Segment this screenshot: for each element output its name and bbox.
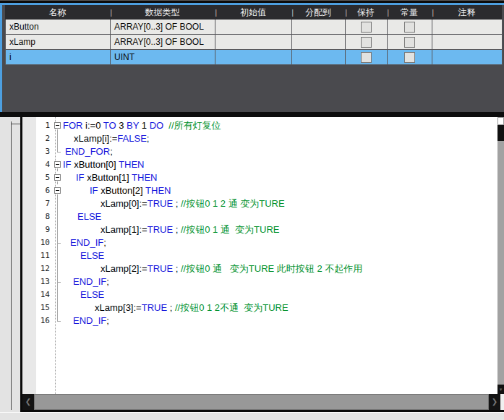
code-line[interactable]: 11ELSE [36,249,497,262]
var-assign-cell[interactable] [292,20,346,35]
column-header-retain[interactable]: 保持 [345,5,387,20]
code-line[interactable]: 1FOR i:=0 TO 3 BY 1 DO //所有灯复位 [36,119,497,132]
var-comment-cell[interactable] [432,35,503,50]
breakpoint-margin[interactable] [22,117,36,394]
column-header-datatype[interactable]: 数据类型 [110,5,215,20]
code-text: END_IF; [63,314,109,327]
code-line[interactable]: 12xLamp[2]:=TRUE ; //按钮0 通 变为TURE 此时按钮 2… [36,262,497,275]
var-comment-cell[interactable] [432,50,503,65]
column-header-constant[interactable]: 常量 [387,5,432,20]
fold-guide-line [53,132,63,145]
fold-collapse-icon[interactable] [53,171,63,184]
code-text: ELSE [63,249,104,262]
var-type-cell[interactable]: UINT [111,50,215,65]
code-text: END_IF; [63,275,109,288]
code-line[interactable]: 9xLamp[1]:=TRUE ; //按钮0 1 通 变为TURE [36,223,497,236]
code-line[interactable]: 2xLamp[i]:=FALSE; [36,132,497,145]
scroll-right-button[interactable]: ❯ [489,394,500,410]
line-number: 7 [36,197,53,210]
chevron-right-icon: ❯ [492,398,497,406]
code-line[interactable]: 5IF xButton[1] THEN [36,171,497,184]
code-line[interactable]: 6IF xButton[2] THEN [36,184,497,197]
code-line[interactable]: 4IF xButton[0] THEN [36,158,497,171]
var-constant-cell [388,35,432,50]
fold-collapse-icon[interactable] [53,184,63,197]
code-line[interactable]: 15xLamp[3]:=TRUE ; //按钮0 1 2不通 变为TURE [36,301,497,314]
retain-checkbox[interactable] [361,22,372,33]
line-number: 8 [36,210,53,223]
var-type-cell[interactable]: ARRAY[0..3] OF BOOL [111,35,215,50]
constant-checkbox[interactable] [404,52,415,63]
column-header-comment[interactable]: 注释 [432,5,502,20]
vertical-scrollbar[interactable]: ▾ [497,117,504,394]
var-name-cell[interactable]: i [6,50,111,65]
column-header-assign[interactable]: 分配到 [291,5,345,20]
scroll-left-button[interactable]: ❮ [22,394,34,410]
variable-declaration-panel: 名称 数据类型 初始值 分配到 保持 常量 注释 xButton ARRAY[0… [0,5,504,112]
fold-guide-line [53,275,63,288]
gutter-splitter-line [11,121,12,410]
code-text: xLamp[0]:=TRUE ; //按钮0 1 2 通 变为TURE [63,197,285,210]
table-row[interactable]: xLamp ARRAY[0..3] OF BOOL [6,35,503,50]
code-area[interactable]: 1FOR i:=0 TO 3 BY 1 DO //所有灯复位2xLamp[i]:… [36,117,497,394]
variable-table: 名称 数据类型 初始值 分配到 保持 常量 注释 xButton ARRAY[0… [5,5,502,65]
code-line[interactable]: 3END_FOR; [36,145,497,158]
constant-checkbox[interactable] [404,22,415,33]
var-init-cell[interactable] [215,35,292,50]
fold-guide-line [53,145,63,158]
editor-main: 1FOR i:=0 TO 3 BY 1 DO //所有灯复位2xLamp[i]:… [22,117,504,394]
var-retain-cell [346,50,388,65]
code-line[interactable]: 8ELSE [36,210,497,223]
var-assign-cell[interactable] [292,35,346,50]
horizontal-scrollbar[interactable]: ❮ ❯ [22,394,504,410]
code-text: IF xButton[0] THEN [63,158,144,171]
var-retain-cell [346,35,388,50]
chevron-left-icon: ❮ [25,398,31,406]
code-text: ELSE [63,288,104,301]
panel-divider[interactable] [0,112,504,117]
plc-editor-window: 名称 数据类型 初始值 分配到 保持 常量 注释 xButton ARRAY[0… [0,0,504,420]
editor-left-gutter [0,117,20,420]
var-init-cell[interactable] [215,50,292,65]
scroll-down-button[interactable]: ▾ [497,385,504,394]
fold-guide-line [53,197,63,210]
code-line[interactable]: 16END_IF; [36,314,497,327]
line-number: 9 [36,223,53,236]
line-number: 3 [36,145,53,158]
code-text: xLamp[3]:=TRUE ; //按钮0 1 2不通 变为TURE [63,301,289,314]
fold-guide-line [53,262,63,275]
line-number: 10 [36,236,53,249]
fold-collapse-icon[interactable] [53,158,63,171]
line-number: 12 [36,262,53,275]
var-init-cell[interactable] [215,20,292,35]
var-assign-cell[interactable] [292,50,346,65]
fold-guide-line [53,223,63,236]
table-row[interactable]: i UINT [6,50,503,65]
scrollbar-splitter-box[interactable] [497,117,504,125]
code-text: ELSE [63,210,101,223]
line-number: 15 [36,301,53,314]
code-text: xLamp[2]:=TRUE ; //按钮0 通 变为TURE 此时按钮 2 不… [63,262,362,275]
constant-checkbox[interactable] [404,37,415,48]
st-code-editor: 1FOR i:=0 TO 3 BY 1 DO //所有灯复位2xLamp[i]:… [20,117,504,412]
code-line[interactable]: 14ELSE [36,288,497,301]
horizontal-scrollbar-thumb[interactable] [34,394,489,410]
line-number: 14 [36,288,53,301]
table-row[interactable]: xButton ARRAY[0..3] OF BOOL [6,20,503,35]
var-comment-cell[interactable] [432,20,503,35]
code-text: END_IF; [63,236,106,249]
column-header-initval[interactable]: 初始值 [215,5,291,20]
fold-collapse-icon[interactable] [53,119,63,132]
vertical-scrollbar-thumb[interactable] [497,125,504,141]
retain-checkbox[interactable] [361,37,372,48]
code-line[interactable]: 10END_IF; [36,236,497,249]
column-header-name[interactable]: 名称 [5,5,110,20]
line-number: 5 [36,171,53,184]
code-line[interactable]: 13END_IF; [36,275,497,288]
table-header-row: 名称 数据类型 初始值 分配到 保持 常量 注释 [5,5,502,20]
var-name-cell[interactable]: xButton [6,20,111,35]
var-type-cell[interactable]: ARRAY[0..3] OF BOOL [111,20,215,35]
code-line[interactable]: 7xLamp[0]:=TRUE ; //按钮0 1 2 通 变为TURE [36,197,497,210]
var-name-cell[interactable]: xLamp [6,35,111,50]
retain-checkbox[interactable] [361,52,372,63]
